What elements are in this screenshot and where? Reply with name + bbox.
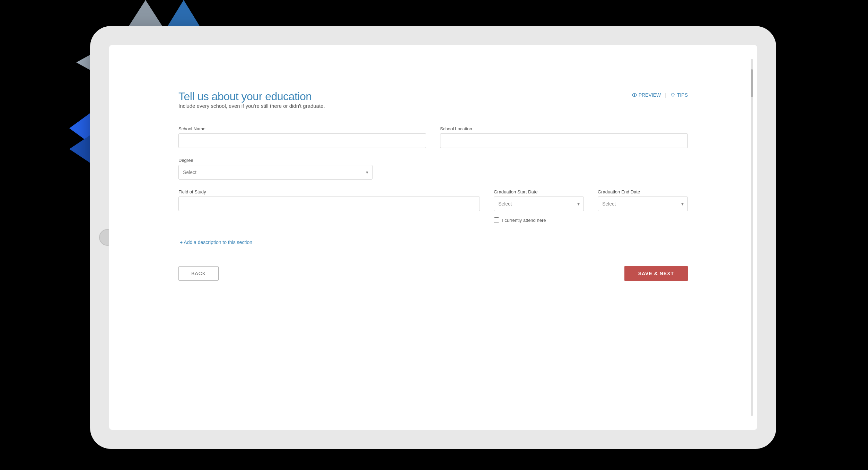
school-name-label: School Name (178, 126, 426, 131)
school-name-input[interactable] (178, 133, 426, 148)
button-row: BACK SAVE & NEXT (178, 266, 688, 281)
currently-attend-checkbox[interactable] (494, 217, 499, 223)
graduation-end-label: Graduation End Date (598, 189, 688, 194)
field-of-study-label: Field of Study (178, 189, 480, 194)
school-name-group: School Name (178, 126, 426, 148)
graduation-start-label: Graduation Start Date (494, 189, 584, 194)
svg-point-0 (634, 94, 635, 96)
graduation-end-group: Graduation End Date Select 2020 2021 202… (598, 189, 688, 211)
ipad-frame: Tell us about your education Include eve… (90, 26, 776, 449)
back-button[interactable]: BACK (178, 266, 219, 281)
header-divider: | (665, 92, 666, 98)
currently-attend-label: I currently attend here (502, 218, 546, 223)
degree-select-wrapper: Select High School Diploma Associate's D… (178, 165, 372, 180)
graduation-start-group: Graduation Start Date Select 2020 2021 2… (494, 189, 584, 223)
page-title: Tell us about your education (178, 90, 325, 103)
header-row: Tell us about your education Include eve… (178, 90, 688, 123)
form-row-2: Degree Select High School Diploma Associ… (178, 158, 372, 180)
ipad-screen: Tell us about your education Include eve… (109, 45, 757, 430)
form-row-1: School Name School Location (178, 126, 688, 148)
graduation-end-select-wrapper: Select 2020 2021 2022 2023 2024 (598, 197, 688, 211)
degree-label: Degree (178, 158, 372, 163)
content-area: Tell us about your education Include eve… (109, 45, 757, 430)
lightbulb-icon (670, 93, 675, 97)
school-location-input[interactable] (440, 133, 688, 148)
degree-group: Degree Select High School Diploma Associ… (178, 158, 372, 180)
add-description-text: + Add a description to this section (180, 240, 252, 245)
add-description-link[interactable]: + Add a description to this section (178, 240, 252, 245)
education-form: School Name School Location Degree (178, 126, 688, 281)
tips-link[interactable]: TIPS (670, 92, 688, 98)
currently-attend-row: I currently attend here (494, 217, 584, 223)
save-next-button[interactable]: SAVE & NEXT (624, 266, 688, 281)
header-links: PREVIEW | TIPS (632, 90, 688, 98)
graduation-start-select[interactable]: Select 2020 2021 2022 2023 2024 (494, 197, 584, 211)
school-location-group: School Location (440, 126, 688, 148)
eye-icon (632, 93, 637, 97)
field-of-study-group: Field of Study (178, 189, 480, 211)
preview-link[interactable]: PREVIEW (632, 92, 661, 98)
form-row-3: Field of Study Graduation Start Date Sel… (178, 189, 688, 223)
page-subtitle: Include every school, even if you're sti… (178, 103, 325, 109)
page-title-block: Tell us about your education Include eve… (178, 90, 325, 123)
degree-select[interactable]: Select High School Diploma Associate's D… (178, 165, 372, 180)
graduation-start-select-wrapper: Select 2020 2021 2022 2023 2024 (494, 197, 584, 211)
school-location-label: School Location (440, 126, 688, 131)
graduation-end-select[interactable]: Select 2020 2021 2022 2023 2024 (598, 197, 688, 211)
field-of-study-input[interactable] (178, 197, 480, 211)
